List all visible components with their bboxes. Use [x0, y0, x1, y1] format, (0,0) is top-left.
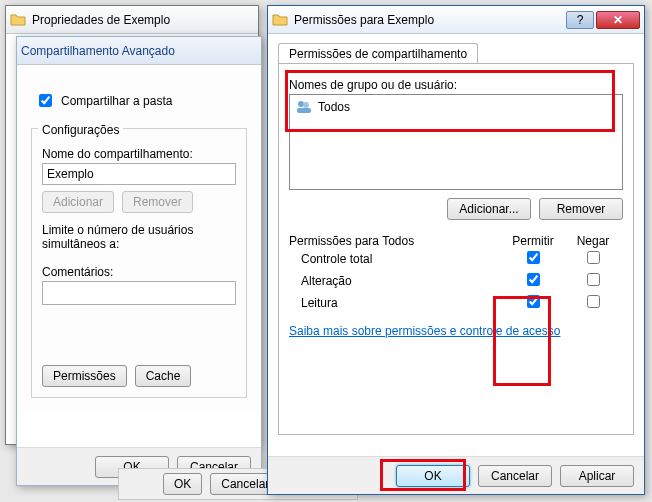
tab-share-permissions[interactable]: Permissões de compartilhamento	[278, 43, 478, 64]
settings-group: Configurações Nome do compartilhamento: …	[31, 128, 247, 398]
allow-checkbox[interactable]	[527, 295, 540, 308]
settings-group-title: Configurações	[38, 123, 123, 137]
close-icon: ✕	[613, 13, 623, 27]
advanced-sharing-window: Compartilhamento Avançado Compartilhar a…	[16, 36, 262, 486]
cache-button[interactable]: Cache	[135, 365, 192, 387]
titlebar[interactable]: Permissões para Exemplo ? ✕	[268, 6, 644, 34]
group-user-names-label: Nomes de grupo ou de usuário:	[289, 78, 623, 92]
share-name-label: Nome do compartilhamento:	[42, 147, 236, 161]
permissions-button[interactable]: Permissões	[42, 365, 127, 387]
deny-checkbox[interactable]	[587, 295, 600, 308]
svg-point-0	[298, 101, 304, 107]
add-button: Adicionar	[42, 191, 114, 213]
permission-label: Controle total	[301, 252, 503, 266]
list-item-label: Todos	[318, 100, 350, 114]
button-bar: OK Cancelar Aplicar	[268, 456, 644, 494]
folder-icon	[272, 12, 288, 28]
permission-row: Leitura	[289, 292, 623, 314]
permission-row: Alteração	[289, 270, 623, 292]
list-item[interactable]: Todos	[292, 97, 620, 117]
comments-input[interactable]	[42, 281, 236, 305]
deny-checkbox[interactable]	[587, 273, 600, 286]
svg-point-1	[303, 102, 309, 108]
learn-more-link[interactable]: Saiba mais sobre permissões e controle d…	[289, 324, 560, 338]
permissions-window: Permissões para Exemplo ? ✕ Permissões d…	[267, 5, 645, 495]
permission-label: Alteração	[301, 274, 503, 288]
share-name-input[interactable]	[42, 163, 236, 185]
add-button[interactable]: Adicionar...	[447, 198, 531, 220]
share-folder-checkbox[interactable]	[39, 94, 52, 107]
remove-button: Remover	[122, 191, 193, 213]
titlebar[interactable]: Compartilhamento Avançado	[17, 37, 261, 65]
remove-button[interactable]: Remover	[539, 198, 623, 220]
allow-header: Permitir	[503, 234, 563, 248]
comments-label: Comentários:	[42, 265, 236, 279]
permissions-for-label: Permissões para Todos	[289, 234, 414, 248]
permission-label: Leitura	[301, 296, 503, 310]
close-button[interactable]: ✕	[596, 11, 640, 29]
allow-checkbox[interactable]	[527, 251, 540, 264]
share-folder-label: Compartilhar a pasta	[61, 94, 172, 108]
limit-users-label: Limite o número de usuários simultâneos …	[42, 223, 236, 251]
deny-checkbox[interactable]	[587, 251, 600, 264]
help-button[interactable]: ?	[566, 11, 594, 29]
question-icon: ?	[577, 13, 584, 27]
window-title: Compartilhamento Avançado	[21, 44, 257, 58]
svg-rect-2	[297, 108, 311, 113]
allow-checkbox[interactable]	[527, 273, 540, 286]
window-title: Permissões para Exemplo	[294, 13, 564, 27]
ok-button[interactable]: OK	[396, 465, 470, 487]
cancel-button[interactable]: Cancelar	[478, 465, 552, 487]
tab-panel: Nomes de grupo ou de usuário: Todos Adic…	[278, 63, 634, 435]
users-icon	[296, 99, 312, 115]
deny-header: Negar	[563, 234, 623, 248]
user-listbox[interactable]: Todos	[289, 94, 623, 190]
apply-button[interactable]: Aplicar	[560, 465, 634, 487]
permission-row: Controle total	[289, 248, 623, 270]
ok-button[interactable]: OK	[163, 473, 202, 495]
folder-icon	[10, 12, 26, 28]
window-title: Propriedades de Exemplo	[32, 13, 254, 27]
titlebar[interactable]: Propriedades de Exemplo	[6, 6, 258, 34]
